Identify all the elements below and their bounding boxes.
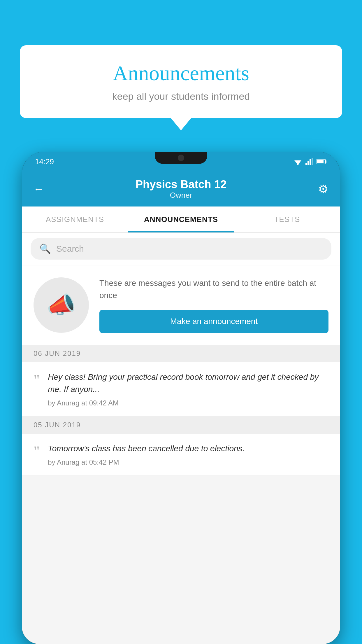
speech-bubble: Announcements keep all your students inf…: [20, 45, 342, 118]
prompt-description: These are messages you want to send to t…: [99, 277, 328, 302]
announcement-content-2: Tomorrow's class has been cancelled due …: [48, 442, 328, 466]
svg-rect-7: [312, 158, 313, 165]
status-icons: [293, 158, 327, 165]
quote-icon-1: ": [34, 373, 40, 388]
prompt-right: These are messages you want to send to t…: [99, 277, 328, 333]
svg-rect-10: [317, 160, 324, 163]
megaphone-icon: 📣: [47, 291, 76, 319]
tabs-bar: ASSIGNMENTS ANNOUNCEMENTS TESTS: [22, 206, 340, 233]
app-header: ← Physics Batch 12 Owner ⚙: [22, 172, 340, 206]
status-bar: 14:29: [22, 152, 340, 172]
make-announcement-button[interactable]: Make an announcement: [99, 310, 328, 333]
search-placeholder: Search: [56, 244, 84, 254]
date-divider-1: 06 JUN 2019: [22, 345, 340, 362]
svg-rect-4: [305, 163, 307, 165]
search-icon: 🔍: [39, 243, 51, 254]
announcement-text-2: Tomorrow's class has been cancelled due …: [48, 442, 328, 455]
search-bar: 🔍 Search: [22, 233, 340, 265]
svg-rect-5: [307, 161, 309, 165]
camera-lens: [178, 155, 184, 161]
tab-tests[interactable]: TESTS: [234, 206, 340, 232]
search-input-wrapper[interactable]: 🔍 Search: [31, 238, 331, 260]
announcement-text-1: Hey class! Bring your practical record b…: [48, 371, 328, 396]
speech-bubble-container: Announcements keep all your students inf…: [20, 45, 342, 118]
announcement-item-1[interactable]: " Hey class! Bring your practical record…: [22, 362, 340, 416]
svg-rect-6: [310, 159, 311, 165]
tab-announcements[interactable]: ANNOUNCEMENTS: [128, 206, 234, 232]
svg-rect-9: [325, 160, 326, 163]
announcement-prompt: 📣 These are messages you want to send to…: [22, 265, 340, 345]
phone-notch: [155, 152, 207, 164]
megaphone-circle: 📣: [34, 277, 89, 333]
bubble-subtitle: keep all your students informed: [37, 91, 325, 102]
wifi-icon: [293, 158, 303, 165]
battery-icon: [317, 159, 327, 164]
header-title: Physics Batch 12: [136, 178, 227, 191]
announcement-content-1: Hey class! Bring your practical record b…: [48, 371, 328, 407]
svg-point-3: [297, 164, 299, 165]
back-button[interactable]: ←: [34, 183, 44, 195]
signal-icon: [305, 158, 314, 165]
header-center: Physics Batch 12 Owner: [136, 178, 227, 200]
status-time: 14:29: [35, 157, 54, 166]
quote-icon-2: ": [34, 444, 40, 459]
header-subtitle: Owner: [136, 191, 227, 200]
settings-icon[interactable]: ⚙: [318, 182, 328, 196]
announcement-item-2[interactable]: " Tomorrow's class has been cancelled du…: [22, 434, 340, 475]
announcement-meta-1: by Anurag at 09:42 AM: [48, 399, 328, 407]
tab-assignments[interactable]: ASSIGNMENTS: [22, 206, 128, 232]
phone-frame: 14:29: [22, 152, 340, 644]
bubble-title: Announcements: [37, 61, 325, 85]
phone-inner: ← Physics Batch 12 Owner ⚙ ASSIGNMENTS A…: [22, 172, 340, 644]
date-divider-2: 05 JUN 2019: [22, 416, 340, 434]
announcement-meta-2: by Anurag at 05:42 PM: [48, 458, 328, 466]
